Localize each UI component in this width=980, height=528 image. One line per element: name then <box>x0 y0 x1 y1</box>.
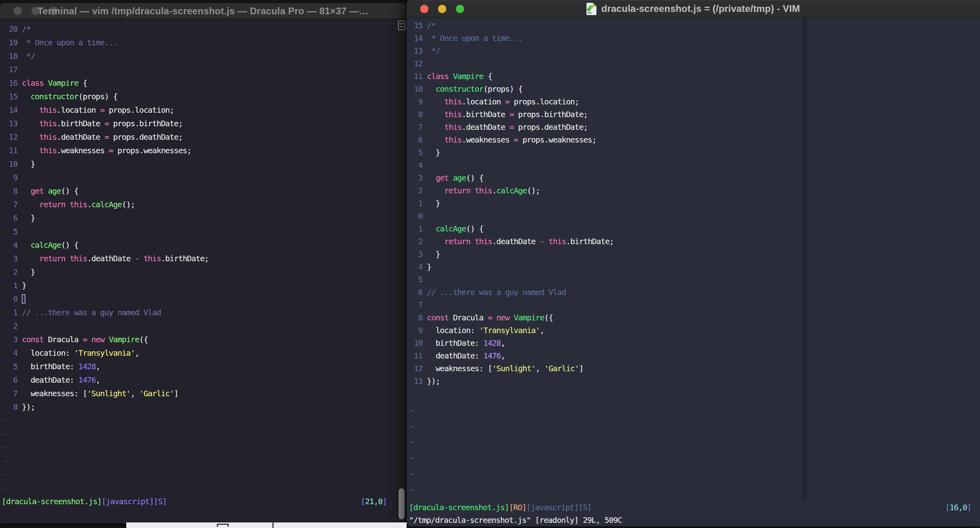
token: .birthDate; <box>161 254 208 263</box>
token: . <box>492 186 496 195</box>
token: calcAge <box>31 240 61 250</box>
code-text: } <box>22 157 35 171</box>
token: Dracula <box>44 335 83 344</box>
code-line: 4 <box>407 159 980 172</box>
token: }); <box>22 402 35 412</box>
line-number: 2 <box>7 319 17 333</box>
line-number: 11 <box>7 144 17 157</box>
token: = <box>83 335 87 344</box>
token <box>22 254 39 263</box>
line-number: 19 <box>7 36 17 49</box>
tilde-row: ~ <box>407 482 980 498</box>
token: () { <box>61 186 79 196</box>
code-line: 1 calcAge() { <box>407 222 980 235</box>
window-title: dracula-screenshot.js = (/private/tmp) -… <box>601 3 800 14</box>
line-number: 12 <box>7 130 17 144</box>
code-line: 15/* <box>407 19 980 32</box>
code-text: } <box>427 248 440 260</box>
line-number: 7 <box>7 198 17 211</box>
token: = <box>104 119 109 128</box>
token: () { <box>61 240 78 250</box>
token: () { <box>466 173 484 183</box>
code-text: calcAge() { <box>22 238 78 252</box>
token: } <box>22 281 26 290</box>
terminal-titlebar[interactable]: Terminal — vim /tmp/dracula-screenshot.j… <box>0 3 406 19</box>
code-line: 13}); <box>407 375 980 387</box>
macvim-titlebar[interactable]: JS dracula-screenshot.js = (/private/tmp… <box>407 0 980 17</box>
code-line: 10 constructor(props) { <box>407 83 980 95</box>
code-line: 17 <box>0 63 397 76</box>
token <box>544 237 548 246</box>
token <box>427 84 436 94</box>
token <box>22 186 31 196</box>
code-text: return this.deathDate - this.birthDate; <box>427 235 614 248</box>
token: 1476 <box>78 375 96 385</box>
token: age <box>48 186 61 196</box>
token: { <box>78 78 87 88</box>
token: - <box>135 254 139 263</box>
window-title: Terminal — vim /tmp/dracula-screenshot.j… <box>0 6 406 17</box>
scrollbar[interactable] <box>397 19 406 523</box>
code-line: 20/* <box>0 22 397 36</box>
color-column <box>802 17 807 501</box>
code-text: class Vampire { <box>427 70 492 83</box>
code-text: get age() { <box>427 172 483 184</box>
token: , <box>135 348 139 358</box>
tilde-row: ~ <box>0 427 397 441</box>
token: this <box>143 254 161 263</box>
code-line: 2 return this.calcAge(); <box>407 184 980 197</box>
code-line: 11class Vampire { <box>407 70 980 83</box>
code-text: this.deathDate = props.deathDate; <box>22 130 183 144</box>
code-line: 6 } <box>0 211 397 225</box>
tilde-row: ~ <box>0 454 397 468</box>
token: this <box>69 200 87 209</box>
scrollbar-thumb[interactable] <box>399 488 405 519</box>
code-text: constructor(props) { <box>427 83 523 95</box>
token: Vampire <box>48 78 79 88</box>
token: new <box>91 335 104 344</box>
token <box>22 132 39 142</box>
line-number: 7 <box>412 121 422 133</box>
token: this <box>475 237 492 246</box>
line-number: 9 <box>412 95 422 108</box>
token <box>22 105 39 115</box>
token: Vampire <box>514 313 544 322</box>
code-line: 6 this.weaknesses = props.weaknesses; <box>407 133 980 146</box>
token: Vampire <box>453 71 484 81</box>
code-line: 15 constructor(props) { <box>0 90 397 103</box>
code-text: const Dracula = new Vampire({ <box>22 333 148 346</box>
token <box>509 313 514 322</box>
line-number: 2 <box>7 265 17 279</box>
token: (props) { <box>78 92 117 101</box>
tilde-row: ~ <box>0 468 397 481</box>
vim-statusline: [dracula-screenshot.js][RO][javascript][… <box>407 501 980 514</box>
token: 'Garlic' <box>139 389 174 398</box>
code-text: birthDate: 1428, <box>22 360 100 373</box>
code-line: 1} <box>0 279 397 292</box>
code-line: 3 get age() { <box>407 172 980 184</box>
code-line: 6 deathDate: 1476, <box>0 373 397 387</box>
line-number: 9 <box>412 324 422 337</box>
line-number: 16 <box>7 76 17 90</box>
code-text: } <box>427 146 440 159</box>
token: calcAge <box>436 224 466 233</box>
code-text: } <box>427 260 431 273</box>
vim-buffer[interactable]: 15/*14 * Once upon a time...13 */1211cla… <box>407 17 980 526</box>
token: constructor <box>436 84 483 94</box>
line-number: 18 <box>7 49 17 63</box>
line-number: 3 <box>7 252 17 265</box>
split-pane-icon[interactable] <box>398 21 405 30</box>
token: = <box>509 122 514 132</box>
vim-buffer[interactable]: 20/*19 * Once upon a time...18 */1716cla… <box>0 19 397 523</box>
token: .birthDate; <box>566 237 613 246</box>
token <box>449 173 453 183</box>
token: ] <box>579 364 583 373</box>
code-text: } <box>22 265 35 279</box>
token <box>427 122 444 132</box>
token: = <box>505 97 509 106</box>
token: } <box>22 267 35 277</box>
token: class <box>22 78 44 88</box>
code-text <box>22 292 25 306</box>
statusline-cursor-position: [21,0] <box>361 495 387 508</box>
line-number: 11 <box>412 349 422 362</box>
